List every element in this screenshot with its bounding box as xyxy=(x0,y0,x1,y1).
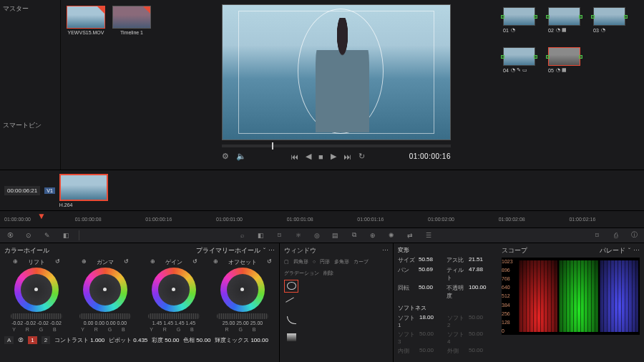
window-shape-linear[interactable] xyxy=(284,297,298,310)
page-2-button[interactable]: 2 xyxy=(42,336,50,344)
window-tab[interactable]: カーブ xyxy=(353,258,369,265)
gain-wheel[interactable] xyxy=(152,268,196,312)
gamma-jog[interactable] xyxy=(79,313,131,319)
param-value[interactable]: 50.00 xyxy=(419,284,443,300)
wheel-mode-select[interactable]: プライマリーホイール xyxy=(196,246,260,255)
param-value[interactable]: 50.58 xyxy=(419,256,443,264)
go-first-icon[interactable]: ⏮ xyxy=(291,152,298,161)
offset-wheel[interactable] xyxy=(220,268,265,312)
param-value[interactable]: 47.88 xyxy=(469,266,493,282)
param-value[interactable]: 50.00 xyxy=(469,314,493,328)
step-back-icon[interactable]: ◀ xyxy=(306,152,311,161)
param-value[interactable]: 50.00 xyxy=(419,331,444,345)
wheel-values[interactable]: 25.00 25.00 25.00 xyxy=(216,321,269,326)
palette-icon[interactable]: ⇄ xyxy=(404,230,416,241)
color-node[interactable]: 01◔ xyxy=(503,7,535,33)
tool-icon[interactable]: ◧ xyxy=(60,230,72,241)
gain-jog[interactable] xyxy=(148,313,200,319)
pivot-value[interactable]: 0.435 xyxy=(133,337,147,343)
window-shape-circle[interactable] xyxy=(284,280,298,293)
lift-jog[interactable] xyxy=(11,313,62,319)
window-tab[interactable]: 円形 xyxy=(320,258,330,265)
param-value[interactable]: 50.00 xyxy=(419,347,444,355)
keyframe-panel-icon[interactable]: ⌑ xyxy=(591,230,602,241)
param-value[interactable]: 50.69 xyxy=(419,266,443,282)
reset-icon[interactable]: ⊕ xyxy=(82,258,87,266)
palette-icon[interactable]: ◧ xyxy=(255,230,267,241)
tool-icon[interactable]: ⦿ xyxy=(4,230,16,241)
palette-icon[interactable]: ⧉ xyxy=(348,230,360,241)
palette-icon[interactable]: ⌕ xyxy=(237,230,248,241)
clip-thumb[interactable]: YEWVS15.MOV xyxy=(67,6,105,35)
lummix-value[interactable]: 100.00 xyxy=(250,337,268,343)
shape-circle-icon[interactable]: ○ xyxy=(313,259,316,264)
master-bin-label[interactable]: マスター xyxy=(3,4,57,14)
offset-jog[interactable] xyxy=(217,313,268,319)
play-icon[interactable]: ▶ xyxy=(331,152,336,161)
shape-rect-icon[interactable]: ▢ xyxy=(284,259,289,265)
param-value[interactable]: 18.00 xyxy=(419,314,444,328)
reset-icon[interactable]: ↺ xyxy=(192,258,197,266)
palette-icon[interactable]: ◎ xyxy=(311,230,323,241)
auto-balance-button[interactable]: A xyxy=(4,336,14,344)
delete-button[interactable]: 削除 xyxy=(323,270,333,277)
tool-icon[interactable]: ⊙ xyxy=(23,230,34,241)
viewer-canvas[interactable] xyxy=(222,4,451,140)
go-last-icon[interactable]: ⏭ xyxy=(343,152,351,161)
audio-icon[interactable]: 🔈 xyxy=(236,152,246,161)
page-1-button[interactable]: 1 xyxy=(28,336,36,344)
clip-thumb[interactable]: Timeline 1 xyxy=(112,6,151,35)
color-node-selected[interactable]: 05◔ ▦ xyxy=(548,47,580,73)
window-shape-curve[interactable] xyxy=(284,314,298,327)
dots-icon[interactable]: ⋯ xyxy=(633,247,640,254)
palette-icon[interactable]: ⊕ xyxy=(367,230,379,241)
dots-icon[interactable]: ⋯ xyxy=(382,247,389,254)
window-tab[interactable]: グラデーション xyxy=(284,270,319,277)
scope-toggle-icon[interactable]: ⎙ xyxy=(610,230,621,241)
gamma-wheel[interactable] xyxy=(83,268,127,312)
reset-icon[interactable]: ↺ xyxy=(124,258,129,266)
smartbin-label[interactable]: スマートビン xyxy=(3,121,57,130)
saturation-value[interactable]: 50.00 xyxy=(165,337,179,343)
color-node[interactable]: 04◔ ✎ ▭ xyxy=(503,47,535,73)
palette-icon[interactable]: ⌑ xyxy=(274,230,286,241)
window-tab[interactable]: 多角形 xyxy=(334,258,349,265)
clip-timecode-chip[interactable]: 00:00:06:21 xyxy=(4,186,40,195)
reset-icon[interactable]: ⊕ xyxy=(213,258,218,266)
playhead-icon[interactable]: ▼ xyxy=(37,211,46,221)
contrast-value[interactable]: 1.000 xyxy=(90,337,104,343)
node-graph[interactable]: 01◔ 02◔ ▦ 03◔ 04◔ ✎ ▭ 05◔ ▦ xyxy=(490,0,644,170)
chevron-down-icon[interactable]: ˇ xyxy=(628,247,630,254)
color-node[interactable]: 03◔ xyxy=(593,7,625,33)
stop-icon[interactable]: ■ xyxy=(318,152,323,161)
scope-mode-select[interactable]: パレード xyxy=(600,246,625,255)
reset-icon[interactable]: ↺ xyxy=(55,258,60,266)
palette-icon[interactable]: ✺ xyxy=(386,230,397,241)
color-node[interactable]: 02◔ ▦ xyxy=(548,7,580,33)
lift-wheel[interactable] xyxy=(14,268,59,312)
reset-icon[interactable]: ⊕ xyxy=(150,258,155,266)
picker-icon[interactable]: ⦿ xyxy=(18,337,24,343)
palette-icon[interactable]: ▤ xyxy=(330,230,341,241)
loop-icon[interactable]: ↻ xyxy=(358,152,365,161)
wheel-values[interactable]: 1.45 1.45 1.45 1.45 xyxy=(147,321,200,326)
clip-thumb-large[interactable]: H.264 xyxy=(59,174,108,207)
param-value[interactable]: 100.00 xyxy=(469,284,493,300)
timeline-ruler[interactable]: ▼ 01:00:00:00 01:00:00:08 01:00:00:16 01… xyxy=(0,211,644,228)
window-tab[interactable]: 四角形 xyxy=(293,258,308,265)
wheel-values[interactable]: 0.00 0.00 0.00 0.00 xyxy=(79,321,132,326)
info-icon[interactable]: ⓘ xyxy=(628,230,640,241)
chevron-down-icon[interactable]: ˇ xyxy=(263,247,265,254)
tool-icon[interactable]: ✎ xyxy=(42,230,53,241)
palette-icon[interactable]: ⚛ xyxy=(293,230,304,241)
window-shape-gradient[interactable] xyxy=(284,331,298,344)
palette-icon[interactable]: ☰ xyxy=(423,230,434,241)
dots-icon[interactable]: ⋯ xyxy=(268,247,275,254)
reset-icon[interactable]: ⊕ xyxy=(13,258,18,266)
param-value[interactable]: 50.00 xyxy=(469,347,493,355)
param-value[interactable]: 21.51 xyxy=(469,256,493,264)
viewer-scrubber[interactable] xyxy=(222,145,451,147)
wheel-values[interactable]: -0.02 -0.02 -0.02 -0.02 xyxy=(10,321,63,326)
param-value[interactable]: 50.00 xyxy=(469,331,493,345)
parade-scope[interactable]: 10238967686405123842561280 xyxy=(502,258,640,335)
